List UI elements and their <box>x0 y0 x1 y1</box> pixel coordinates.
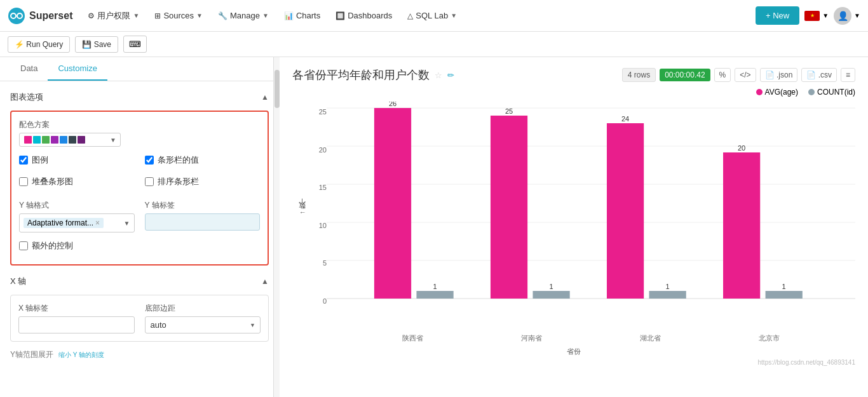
run-query-button[interactable]: ⚡ Run Query <box>8 36 70 53</box>
extra-control-label: 额外的控制 <box>32 240 73 252</box>
new-button[interactable]: + New <box>756 6 799 25</box>
star-icon[interactable]: ☆ <box>435 71 442 80</box>
x-axis-title: X 轴 <box>10 276 26 287</box>
bar-hubei-avg <box>607 123 644 299</box>
x-axis-title: 省份 <box>292 347 855 356</box>
left-panel: Data Customize 图表选项 ▲ 配色方案 <box>0 57 280 397</box>
color-scheme-label: 配色方案 <box>19 119 260 130</box>
swatch-2 <box>33 136 41 144</box>
y-label-25: 25 <box>319 108 327 116</box>
y-axis-labels: 0 5 10 15 20 25 <box>311 108 327 305</box>
nav-charts-label: Charts <box>296 11 320 20</box>
main-container: Data Customize 图表选项 ▲ 配色方案 <box>0 57 868 397</box>
y-axis-title: 数↑个 <box>297 211 307 215</box>
y-format-selector[interactable]: Adaptative format... × ▼ <box>19 213 135 232</box>
bar-beijing-avg <box>723 152 760 299</box>
y-format-tag: Adaptative format... × <box>24 218 104 228</box>
nav-sources[interactable]: ⊞ Sources ▼ <box>148 7 209 24</box>
nav-dashboards[interactable]: 🔲 Dashboards <box>329 7 398 24</box>
chevron-down-icon: ▼ <box>110 137 116 144</box>
extra-control-checkbox[interactable] <box>19 241 28 250</box>
x-axis-section: X 轴 ▲ <box>10 276 269 287</box>
more-button[interactable]: ≡ <box>841 68 855 82</box>
bar-values-checkbox[interactable] <box>145 156 154 165</box>
sort-bars-checkbox[interactable] <box>145 177 154 186</box>
bottom-margin-select[interactable]: auto 0 10 20 <box>145 316 261 333</box>
json-button[interactable]: 📄 .json <box>760 68 798 82</box>
y-label-15: 15 <box>319 184 327 191</box>
collapse-chart-options-icon[interactable]: ▲ <box>261 93 269 102</box>
bar-label-shaanxi-count: 1 <box>433 283 437 290</box>
sort-bars-label: 排序条形栏 <box>158 176 199 187</box>
language-selector[interactable]: ★ ▼ <box>804 11 829 21</box>
collapse-x-axis-icon[interactable]: ▲ <box>261 277 269 286</box>
stacked-label: 堆叠条形图 <box>32 176 73 187</box>
bar-label-beijing-avg: 20 <box>738 144 745 152</box>
nav-sqllab[interactable]: △ SQL Lab ▼ <box>401 7 463 24</box>
legend-count-id-label: COUNT(id) <box>817 88 855 97</box>
toolbar: ⚡ Run Query 💾 Save ⌨ <box>0 32 868 57</box>
panel-content: 图表选项 ▲ 配色方案 ▼ <box>0 81 279 368</box>
chart-area: 数↑个 0 5 10 15 20 25 <box>292 102 855 356</box>
y-axis-title-container: 数↑个 <box>292 102 311 324</box>
chevron-down-icon: ▼ <box>133 12 139 19</box>
swatch-3 <box>42 136 50 144</box>
y-range-link[interactable]: 缩小 Y 轴的刻度 <box>58 351 104 360</box>
navbar: Superset ⚙ 用户权限 ▼ ⊞ Sources ▼ 🔧 Manage ▼… <box>0 0 868 32</box>
code-button[interactable]: </> <box>735 68 756 82</box>
stacked-checkbox[interactable] <box>19 177 28 186</box>
nav-charts[interactable]: 📊 Charts <box>278 7 327 24</box>
watermark: https://blog.csdn.net/qq_46893141 <box>292 359 855 366</box>
save-button[interactable]: 💾 Save <box>75 36 118 53</box>
stacked-checkbox-row[interactable]: 堆叠条形图 <box>19 176 135 187</box>
tab-customize[interactable]: Customize <box>48 57 107 81</box>
legend-avg-age-label: AVG(age) <box>765 88 798 97</box>
logo-icon <box>8 7 25 25</box>
bottom-margin-wrapper: auto 0 10 20 <box>145 316 261 333</box>
nav-manage[interactable]: 🔧 Manage ▼ <box>212 7 275 24</box>
user-menu[interactable]: 👤 ▼ <box>834 7 860 25</box>
nav-sources-label: Sources <box>163 11 194 20</box>
y-label-label: Y 轴标签 <box>145 200 261 211</box>
chart-title-row: 各省份平均年龄和用户个数 ☆ ✏ 4 rows 00:00:00.42 % </… <box>292 67 855 83</box>
bar-label-henan-count: 1 <box>550 283 553 290</box>
bar-hubei-count <box>649 291 686 299</box>
swatch-7 <box>78 136 85 144</box>
edit-icon[interactable]: ✏ <box>447 71 454 80</box>
keyboard-icon[interactable]: ⌨ <box>123 36 147 53</box>
y-label-20: 20 <box>319 146 327 154</box>
extra-control-row[interactable]: 额外的控制 <box>19 240 260 252</box>
bar-values-checkbox-row[interactable]: 条形栏的值 <box>145 154 261 166</box>
swatch-6 <box>69 136 76 144</box>
bottom-margin-label: 底部边距 <box>145 303 261 314</box>
x-label-input[interactable]: 省份 <box>18 316 135 333</box>
bar-label-henan-avg: 25 <box>505 107 513 115</box>
brand-name: Superset <box>29 10 72 22</box>
x-label-beijing: 北京市 <box>759 333 780 343</box>
percent-button[interactable]: % <box>714 68 731 82</box>
flag-icon: ★ <box>804 11 820 21</box>
nav-user-perms[interactable]: ⚙ 用户权限 ▼ <box>81 6 146 25</box>
swatch-4 <box>51 136 58 144</box>
chevron-down-icon: ▼ <box>854 12 860 19</box>
y-bottom-row: Y轴范围展开 缩小 Y 轴的刻度 <box>10 349 269 360</box>
legend-avg-age-dot <box>756 89 763 95</box>
bar-label-shaanxi-avg: 26 <box>389 102 397 107</box>
tab-data[interactable]: Data <box>10 57 48 81</box>
x-axis-labels: 陕西省 河南省 湖北省 北京市 <box>327 333 855 343</box>
y-label-input[interactable]: 个数 <box>145 213 261 231</box>
chart-title: 各省份平均年龄和用户个数 <box>292 67 430 83</box>
remove-tag-icon[interactable]: × <box>95 219 100 227</box>
legend-checkbox-row[interactable]: 图例 <box>19 154 135 166</box>
color-scheme-selector[interactable]: ▼ <box>19 133 121 147</box>
bar-label-hubei-avg: 24 <box>621 115 629 123</box>
rows-badge: 4 rows <box>622 68 656 82</box>
legend-count-id: COUNT(id) <box>808 88 855 97</box>
color-scheme-row: 配色方案 ▼ <box>19 119 260 147</box>
x-label-henan: 河南省 <box>521 333 542 343</box>
legend-checkbox[interactable] <box>19 156 28 165</box>
csv-button[interactable]: 📄 .csv <box>801 68 837 82</box>
y-bottom-label: Y轴范围展开 <box>10 349 53 360</box>
sort-bars-checkbox-row[interactable]: 排序条形栏 <box>145 176 261 187</box>
chevron-down-icon: ▼ <box>451 12 457 19</box>
